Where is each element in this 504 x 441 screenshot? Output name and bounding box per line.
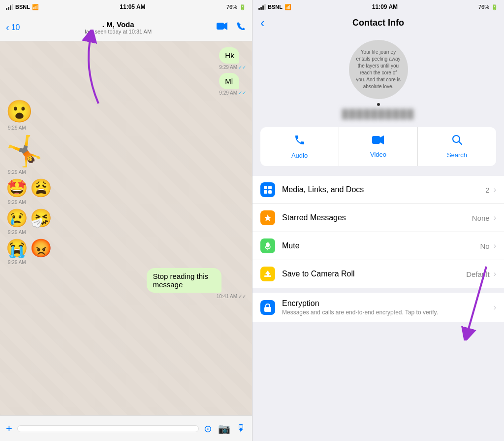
- phone-call-icon[interactable]: [236, 21, 246, 34]
- back-count[interactable]: 10: [11, 23, 20, 32]
- media-value: 2: [485, 186, 489, 194]
- emoji-message: 😮: [6, 99, 33, 124]
- msg-time: 9:29 AM: [8, 125, 26, 131]
- action-buttons-wrapper: Audio Video Search: [252, 127, 504, 176]
- back-button[interactable]: ‹ 10: [6, 22, 20, 33]
- emoji-pair: 😢 🤧: [6, 208, 52, 229]
- save-icon-box: [260, 267, 275, 281]
- svg-rect-0: [217, 23, 224, 30]
- profile-quote: Your life journey entails peeling away t…: [355, 49, 402, 90]
- chevron-icon: ›: [494, 213, 496, 222]
- left-battery-pct: 76%: [226, 4, 237, 10]
- signal-bars: [6, 4, 13, 10]
- mute-value: No: [480, 242, 489, 250]
- list-item-encryption[interactable]: Encryption Messages and calls are end-to…: [252, 293, 504, 322]
- search-button[interactable]: Search: [418, 127, 496, 166]
- svg-point-12: [266, 242, 270, 247]
- msg-ticks: ✓✓: [238, 65, 246, 70]
- chat-header: ‹ 10 . M, Voda last seen today at 10:31 …: [0, 14, 252, 41]
- emoji: 🤩: [6, 178, 28, 199]
- battery-icon: 🔋: [239, 4, 246, 10]
- back-chevron-icon: ‹: [6, 22, 9, 33]
- contact-status: last seen today at 10:31 AM: [85, 29, 152, 34]
- encryption-subtitle: Messages and calls are end-to-end encryp…: [282, 309, 494, 316]
- emoji-pair: 🤩 😩: [6, 178, 52, 199]
- video-call-icon[interactable]: [217, 22, 228, 33]
- profile-avatar[interactable]: Your life journey entails peeling away t…: [349, 40, 408, 99]
- audio-button[interactable]: Audio: [260, 127, 339, 166]
- right-battery-icon: 🔋: [491, 4, 498, 10]
- search-icon: [452, 135, 463, 148]
- svg-rect-3: [372, 136, 380, 144]
- right-status-bar: BSNL 📶 11:09 AM 76% 🔋: [252, 0, 504, 14]
- svg-marker-4: [380, 136, 384, 144]
- msg-meta: 9:29 AM ✓✓: [219, 90, 246, 96]
- microphone-icon[interactable]: 🎙: [236, 423, 246, 434]
- msg-ticks: ✓✓: [238, 90, 246, 96]
- msg-time: 9:29 AM: [219, 65, 237, 70]
- left-status-bar: BSNL 📶 11:05 AM 76% 🔋: [0, 0, 252, 14]
- signal-bars-right: [258, 4, 266, 10]
- add-button[interactable]: +: [6, 422, 12, 435]
- header-icons: [217, 21, 246, 34]
- starred-icon-box: [260, 210, 275, 225]
- chevron-icon: ›: [494, 303, 496, 312]
- chat-messages[interactable]: Hk 9:29 AM ✓✓ Ml 9:29 AM ✓✓ 😮 9:29 AM: [0, 41, 252, 415]
- save-label: Save to Camera Roll: [282, 270, 466, 278]
- emoji: 😡: [30, 238, 52, 259]
- chat-input: + ⊙ 📷 🎙: [0, 415, 252, 441]
- media-icon-box: [260, 182, 275, 197]
- msg-time: 10:41 AM: [217, 294, 237, 299]
- right-panel: BSNL 📶 11:09 AM 76% 🔋 ‹ Contact Info You…: [252, 0, 504, 441]
- sticker-icon[interactable]: ⊙: [204, 423, 212, 435]
- list-item-starred[interactable]: Starred Messages None ›: [252, 204, 504, 232]
- list-item-mute[interactable]: Mute No ›: [252, 232, 504, 260]
- svg-rect-7: [264, 186, 267, 189]
- msg-row: 😢 🤧 9:29 AM: [6, 208, 246, 235]
- mute-label: Mute: [282, 241, 480, 250]
- video-label: Video: [370, 151, 386, 158]
- encryption-text: Encryption Messages and calls are end-to…: [282, 299, 494, 316]
- message-bubble: Stop reading this message: [147, 268, 221, 293]
- encryption-icon-box: [260, 300, 275, 315]
- svg-line-6: [459, 141, 462, 144]
- right-status-right: 76% 🔋: [478, 4, 498, 10]
- right-time: 11:09 AM: [372, 3, 398, 10]
- message-input[interactable]: [17, 425, 199, 432]
- contact-name[interactable]: . M, Voda: [85, 20, 152, 29]
- contact-profile: Your life journey entails peeling away t…: [252, 34, 504, 127]
- camera-icon[interactable]: 📷: [218, 423, 230, 435]
- emoji: 😭: [6, 238, 28, 259]
- wifi-icon: 📶: [32, 4, 39, 10]
- list-item-media[interactable]: Media, Links, and Docs 2 ›: [252, 176, 504, 204]
- video-icon: [372, 135, 385, 148]
- message-bubble: Hk: [219, 47, 239, 64]
- back-button-right[interactable]: ‹: [260, 15, 265, 31]
- input-icons: ⊙ 📷 🎙: [204, 423, 246, 435]
- audio-icon: [294, 134, 306, 149]
- svg-marker-16: [265, 271, 270, 275]
- action-buttons: Audio Video Search: [260, 127, 496, 166]
- right-wifi-icon: 📶: [284, 4, 291, 10]
- left-status-right: 76% 🔋: [226, 4, 246, 10]
- video-button[interactable]: Video: [339, 127, 418, 166]
- chevron-icon: ›: [494, 185, 496, 194]
- msg-meta: 10:41 AM ✓✓: [147, 294, 246, 299]
- left-carrier: BSNL: [15, 4, 30, 10]
- msg-row: Ml 9:29 AM ✓✓: [6, 73, 246, 96]
- list-item-save[interactable]: Save to Camera Roll Default ›: [252, 260, 504, 288]
- msg-row: 🤸 9:29 AM: [6, 134, 246, 175]
- right-header: ‹ Contact Info: [252, 14, 504, 34]
- msg-row: 😭 😡 9:29 AM: [6, 238, 246, 265]
- mute-icon-box: [260, 238, 275, 253]
- left-panel: BSNL 📶 11:05 AM 76% 🔋 ‹ 10 . M, Voda las…: [0, 0, 252, 441]
- right-status-left: BSNL 📶: [258, 4, 291, 10]
- emoji-pair: 😭 😡: [6, 238, 52, 259]
- emoji: 😩: [30, 178, 52, 199]
- chevron-icon: ›: [494, 270, 496, 278]
- profile-dot: [377, 103, 380, 106]
- svg-marker-1: [224, 22, 227, 30]
- encryption-title: Encryption: [282, 299, 494, 308]
- starred-value: None: [472, 214, 490, 222]
- page-title: Contact Info: [352, 18, 404, 28]
